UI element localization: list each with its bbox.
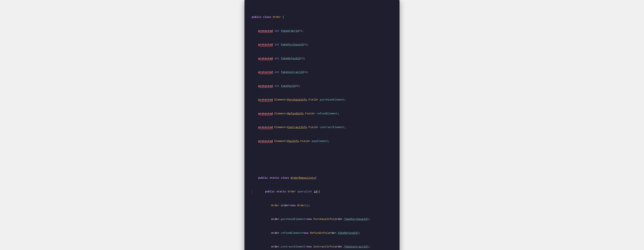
line-14: public static Order query(int id){ xyxy=(252,190,392,194)
line-12 xyxy=(252,162,392,167)
line-17: order.refundElement=new RefundInfo(order… xyxy=(252,231,392,236)
line-10: protected Element<PayInfo.Field> payElem… xyxy=(252,139,392,144)
line-7: protected Element<PurchaseInfo.Field> pu… xyxy=(252,98,392,102)
code-editor: public class Order { protected int fakeO… xyxy=(244,0,400,250)
line-3: protected int fakePurchaseId=2; xyxy=(252,42,392,47)
line-8: protected Element<RefundInfo.Field> refu… xyxy=(252,111,392,116)
line-4: protected int fakeRefundId=3; xyxy=(252,56,392,61)
line-11 xyxy=(252,153,392,157)
line-1: public class Order { xyxy=(252,15,392,20)
line-13: public static class OrderRepositoty{ xyxy=(252,176,392,181)
code-content: public class Order { protected int fakeO… xyxy=(252,6,392,250)
line-5: protected int fakeContractId=4; xyxy=(252,70,392,75)
line-16: order.purchaseElement=new PurchaseInfo(o… xyxy=(252,217,392,222)
line-9: protected Element<ContractInfo.Field> co… xyxy=(252,125,392,130)
line-2: protected int fakeOrderId=1; xyxy=(252,29,392,33)
line-15: Order order=new Order(); xyxy=(252,203,392,208)
line-6: protected int fakePayId=5; xyxy=(252,84,392,89)
line-18: order.contractElement=new ContractInfo(o… xyxy=(252,245,392,249)
